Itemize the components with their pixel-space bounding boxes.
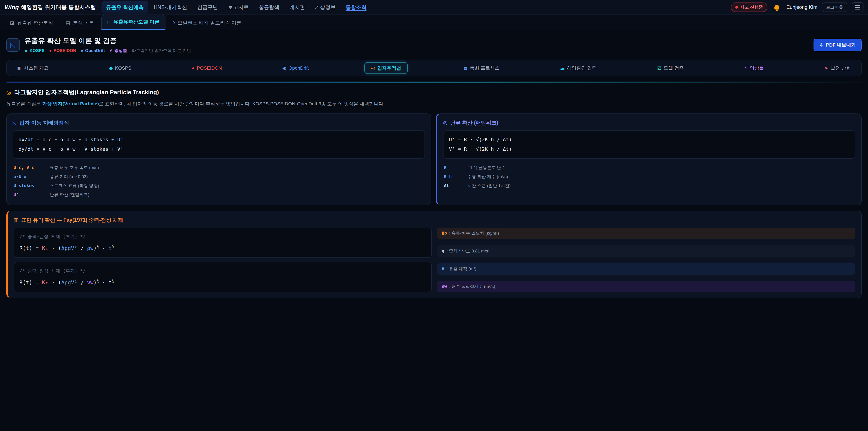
compass-icon: ◎ [6, 89, 11, 96]
legend-pill-volume: V : 유출 체적 (m³) [437, 263, 855, 275]
cloud-icon: ☁ [560, 65, 565, 71]
fay-legend: Δρ : 유류-해수 밀도차 (kg/m³) g : 중력가속도 9.81 m/… [437, 227, 855, 292]
user-name: Eunjeong Kim [786, 4, 817, 10]
page-subtitle: 라그랑지안 입자추적 이론 기반 [131, 48, 191, 54]
diamond-icon: ◆ [24, 48, 28, 53]
turbulence-equation-code: U' = R · √(2K_h / Δt) V' = R · √(2K_h / … [443, 130, 855, 159]
stab-model-validation[interactable]: ☑ 모델 검증 [652, 62, 689, 74]
turbulence-diffusion-card: ◎ 난류 확산 (랜덤워크) U' = R · √(2K_h / Δt) V' … [436, 114, 862, 206]
stab-particle-tracking[interactable]: ◎ 입자추적법 [364, 62, 408, 74]
main-content: ◎ 라그랑지안 입자추적법(Lagrangian Particle Tracki… [0, 88, 868, 312]
equation-cards-row: ◺ 입자 이동 지배방정식 dx/dt = U_c + α·U_w + U_st… [6, 114, 862, 206]
stab-system-overview[interactable]: ▣ 시스템 개요 [12, 62, 54, 74]
fay-formulas: /* 중력-관성 체제 (초기) */ R(t) = K₁ · (ΔρgV² /… [13, 227, 432, 292]
status-dot-icon [735, 6, 738, 8]
dot-icon: ● [81, 48, 83, 53]
stab-opendrift[interactable]: ◉ OpenDrift [277, 63, 314, 73]
governing-equation-card: ◺ 입자 이동 지배방정식 dx/dt = U_c + α·U_w + U_st… [6, 114, 431, 206]
app-title: 해양환경 위기대응 통합시스템 [21, 4, 96, 11]
virtual-particle-highlight: 가상 입자(Virtual Particle) [42, 101, 99, 106]
legend-pill-density: Δρ : 유류-해수 밀도차 (kg/m³) [437, 227, 855, 239]
incident-status-badge[interactable]: 사고 진행중 [731, 2, 767, 12]
nav-item-spill-prediction[interactable]: 유출유 확산예측 [101, 1, 148, 13]
nav-item-integrated-search[interactable]: 통합조회 [341, 1, 371, 13]
lightning-icon: ⚡ [744, 65, 747, 71]
stab-poseidon[interactable]: ● POSEIDON [187, 63, 227, 73]
fay-card-body: /* 중력-관성 체제 (초기) */ R(t) = K₁ · (ΔρgV² /… [13, 227, 855, 292]
legend-row: R [-1,1] 균등분포 난수 [443, 163, 855, 172]
governing-legend: U_c, V_c 표층 해류·조류 속도 (m/s) α·U_w 풍류 기여 (… [13, 163, 425, 199]
ruler-icon: ◺ [107, 19, 111, 25]
nav-item-aerial-search[interactable]: 항공탐색 [254, 1, 284, 13]
formula: R(t) = K₁ · (ΔρgV² / ρw)¼ · t½ [20, 245, 114, 251]
main-nav: 유출유 확산예측 HNS·대기확산 긴급구난 보고자료 항공탐색 게시판 기상정… [101, 1, 371, 13]
dot-icon: ● [49, 48, 52, 53]
tab-spill-analysis[interactable]: ◪ 유출유 확산분석 [4, 16, 59, 30]
page-tabbar: ◪ 유출유 확산분석 ▤ 분석 목록 ◺ 유출유확산모델 이론 ◊ 오일펜스 배… [0, 15, 868, 30]
badge-poseidon: ● POSEIDON [49, 48, 76, 53]
fay-spreading-card: ▥ 표면 유막 확산 — Fay(1971) 중력-점성 체제 /* 중력-관성… [6, 211, 862, 298]
tab-oilfence-theory[interactable]: ◊ 오일펜스 배치 알고리즘 이론 [167, 16, 247, 30]
turbulence-legend: R [-1,1] 균등분포 난수 K_h 수평 확산 계수 (m²/s) Δt … [443, 163, 855, 190]
bar-chart-icon: ▥ [13, 217, 19, 223]
page-header-text: 유출유 확산 모델 이론 및 검증 ◆ KOSPS ● POSEIDON ● O… [24, 36, 191, 54]
turbulence-card-title: ◎ 난류 확산 (랜덤워크) [443, 119, 855, 126]
lightning-icon: ⚡ [110, 48, 112, 53]
logo-wing-mark: Wing [4, 4, 19, 11]
logout-button[interactable]: 로그아웃 [822, 2, 847, 12]
nav-item-emergency-rescue[interactable]: 긴급구난 [193, 1, 222, 13]
target-icon: ◎ [443, 120, 447, 126]
section-intro: 유출유를 수많은 가상 입자(Virtual Particle)로 표현하며, … [6, 100, 862, 107]
formula: R(t) = K₂ · (ΔρgV² / νw)⅙ · t¼ [20, 280, 114, 285]
nav-item-reports[interactable]: 보고자료 [223, 1, 253, 13]
topnav-right: 사고 진행중 Eunjeong Kim 로그아웃 [731, 2, 864, 12]
legend-row: U' 난류 확산 (랜덤워크) [13, 190, 425, 199]
badge-ensemble: ⚡ 앙상블 [110, 48, 127, 54]
chart-icon: ◪ [10, 20, 14, 26]
legend-row: Δt 시간 스텝 (일반 1시간) [443, 181, 855, 190]
nav-item-hns-atmospheric[interactable]: HNS·대기확산 [149, 1, 192, 13]
governing-equation-code: dx/dt = U_c + α·U_w + U_stokes + U' dy/d… [13, 130, 425, 159]
nav-item-board[interactable]: 게시판 [285, 1, 309, 13]
nav-item-weather-info[interactable]: 기상정보 [310, 1, 340, 13]
grid-icon: ▦ [463, 65, 468, 71]
fay-card-title: ▥ 표면 유막 확산 — Fay(1971) 중력-점성 체제 [13, 217, 855, 223]
droplet-icon: ◊ [173, 20, 175, 26]
page-header: ◺ 유출유 확산 모델 이론 및 검증 ◆ KOSPS ● POSEIDON ●… [0, 30, 868, 59]
section-accent-rule [6, 82, 862, 83]
diamond-icon: ◆ [109, 65, 113, 71]
app-root: Wing 해양환경 위기대응 통합시스템 유출유 확산예측 HNS·대기확산 긴… [0, 0, 868, 431]
section-heading: ◎ 라그랑지안 입자추적법(Lagrangian Particle Tracki… [6, 88, 862, 96]
app-logo: Wing 해양환경 위기대응 통합시스템 [4, 4, 96, 11]
badge-opendrift: ● OpenDrift [81, 48, 105, 53]
stab-weathering-process[interactable]: ▦ 풍화 프로세스 [458, 62, 505, 74]
legend-row: U_stokes 스토크스 표류 (파랑 영향) [13, 181, 425, 190]
tab-model-theory[interactable]: ◺ 유출유확산모델 이론 [101, 15, 165, 30]
stab-roadmap[interactable]: ➤ 발전 방향 [819, 62, 856, 74]
list-icon: ▤ [66, 20, 70, 26]
stab-ensemble[interactable]: ⚡ 앙상블 [739, 62, 769, 74]
legend-row: U_c, V_c 표층 해류·조류 속도 (m/s) [13, 163, 425, 172]
fay-formula-gravity-inertia: /* 중력-관성 체제 (초기) */ R(t) = K₁ · (ΔρgV² /… [13, 227, 432, 258]
legend-pill-gravity: g : 중력가속도 9.81 m/s² [437, 245, 855, 257]
page-title: 유출유 확산 모델 이론 및 검증 [24, 36, 191, 45]
monitor-icon: ▣ [17, 65, 22, 71]
compass-icon: ◎ [371, 65, 375, 71]
legend-row: K_h 수평 확산 계수 (m²/s) [443, 172, 855, 181]
pdf-export-button[interactable]: ⇩ PDF 내보내기 [813, 39, 862, 51]
set-square-icon: ◺ [6, 38, 20, 52]
stab-kosps[interactable]: ◆ KOSPS [104, 63, 136, 73]
notification-bell-icon[interactable] [772, 2, 782, 12]
fay-formula-gravity-viscous: /* 중력-점성 체제 (후기) */ R(t) = K₂ · (ΔρgV² /… [13, 262, 432, 292]
badge-kosps: ◆ KOSPS [24, 48, 44, 53]
dot-icon: ● [192, 65, 195, 71]
governing-card-title: ◺ 입자 이동 지배방정식 [13, 119, 425, 126]
incident-status-label: 사고 진행중 [740, 4, 763, 10]
stab-ocean-environment[interactable]: ☁ 해양환경 입력 [555, 62, 602, 74]
menu-icon[interactable] [852, 2, 864, 12]
circled-dot-icon: ◉ [282, 65, 286, 71]
set-square-icon: ◺ [13, 120, 17, 126]
rocket-icon: ➤ [825, 65, 828, 71]
tab-analysis-list[interactable]: ▤ 분석 목록 [60, 16, 99, 30]
page-header-meta: ◆ KOSPS ● POSEIDON ● OpenDrift ⚡ 앙상블 라그랑… [24, 48, 191, 54]
